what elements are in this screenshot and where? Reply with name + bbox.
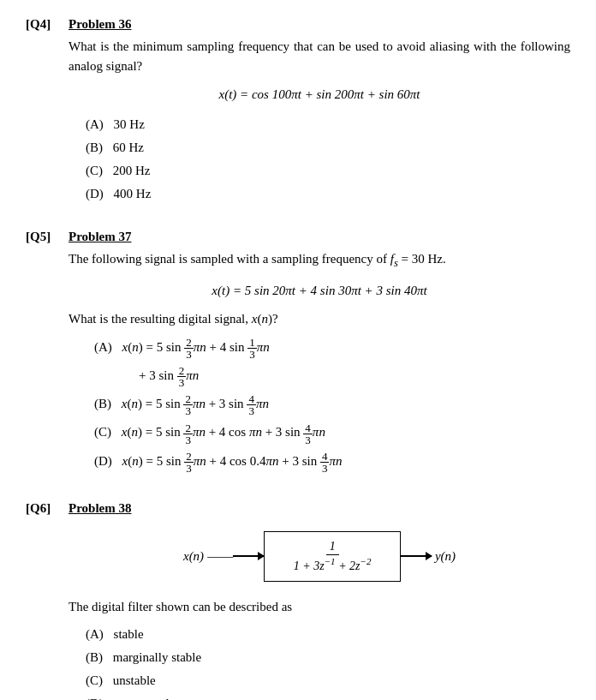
q5-formula: x(t) = 5 sin 20πt + 4 sin 30πt + 3 sin 4… bbox=[69, 280, 570, 301]
q6-options: (A) stable (B) marginally stable (C) uns… bbox=[86, 623, 570, 700]
filter-input-text: x(n) bbox=[183, 549, 204, 564]
q6-option-a-letter: (A) bbox=[86, 623, 104, 646]
q4-content: Problem 36 What is the minimum sampling … bbox=[69, 17, 570, 206]
q4-option-a-value: 30 Hz bbox=[114, 113, 145, 136]
q4-option-d-value: 400 Hz bbox=[114, 182, 152, 206]
q4-label: [Q4] bbox=[26, 17, 69, 206]
q4-option-b-letter: (B) bbox=[86, 136, 103, 159]
q6-content: Problem 38 x(n) ―― 1 1 + 3z−1 + 2z−2 bbox=[69, 501, 570, 700]
filter-output-text: y(n) bbox=[435, 549, 456, 564]
q5-option-d-letter: (D) bbox=[94, 449, 112, 474]
q6-option-b-letter: (B) bbox=[86, 646, 103, 669]
q5-option-b: (B) x(n) = 5 sin 23πn + 3 sin 43πn bbox=[94, 392, 570, 416]
q6-option-b: (B) marginally stable bbox=[86, 646, 570, 669]
q4-option-b-value: 60 Hz bbox=[113, 136, 144, 159]
q4-option-d-letter: (D) bbox=[86, 182, 104, 206]
filter-denominator: 1 + 3z−1 + 2z−2 bbox=[290, 555, 375, 574]
question-5: [Q5] Problem 37 The following signal is … bbox=[26, 230, 570, 477]
q5-formula-text: x(t) = 5 sin 20πt + 4 sin 30πt + 3 sin 4… bbox=[212, 284, 426, 297]
q5-problem-title: Problem 37 bbox=[69, 230, 570, 244]
q4-formula-text: x(t) = cos 100πt + sin 200πt + sin 60πt bbox=[218, 87, 420, 101]
filter-fraction: 1 1 + 3z−1 + 2z−2 bbox=[290, 539, 375, 574]
q4-options: (A) 30 Hz (B) 60 Hz (C) 200 Hz (D) 400 H… bbox=[86, 113, 570, 206]
filter-input-label: x(n) ―― bbox=[183, 549, 264, 564]
q6-option-d-letter: (D) bbox=[86, 692, 104, 700]
q5-option-c-letter: (C) bbox=[94, 420, 111, 445]
question-4: [Q4] Problem 36 What is the minimum samp… bbox=[26, 17, 570, 206]
q4-problem-text: What is the minimum sampling frequency t… bbox=[69, 37, 570, 75]
q6-description: The digital filter shown can be describe… bbox=[69, 597, 570, 617]
q4-option-d: (D) 400 Hz bbox=[86, 182, 570, 206]
q5-option-a: (A) x(n) = 5 sin 23πn + 4 sin 13πn bbox=[94, 335, 570, 360]
q5-label: [Q5] bbox=[26, 230, 69, 477]
q4-option-c: (C) 200 Hz bbox=[86, 159, 570, 182]
q4-option-c-value: 200 Hz bbox=[113, 159, 151, 182]
filter-diagram: x(n) ―― 1 1 + 3z−1 + 2z−2 y(n) bbox=[69, 531, 570, 582]
q5-option-a-cont: + 3 sin 23πn bbox=[139, 363, 570, 388]
question-6: [Q6] Problem 38 x(n) ―― 1 1 + 3z−1 + 2z−… bbox=[26, 501, 570, 700]
q5-question: What is the resulting digital signal, x(… bbox=[69, 309, 570, 329]
q5-option-c: (C) x(n) = 5 sin 23πn + 4 cos πn + 3 sin… bbox=[94, 420, 570, 445]
q4-problem-title: Problem 36 bbox=[69, 17, 570, 32]
q4-option-c-letter: (C) bbox=[86, 159, 103, 182]
q4-option-a: (A) 30 Hz bbox=[86, 113, 570, 136]
q5-option-a-letter: (A) bbox=[94, 335, 112, 360]
q6-option-d-value: non-causal bbox=[114, 692, 170, 700]
q5-option-b-letter: (B) bbox=[94, 392, 111, 416]
q5-option-d: (D) x(n) = 5 sin 23πn + 4 cos 0.4πn + 3 … bbox=[94, 449, 570, 474]
q6-option-b-value: marginally stable bbox=[113, 646, 201, 669]
q6-option-c: (C) unstable bbox=[86, 669, 570, 692]
q4-option-b: (B) 60 Hz bbox=[86, 136, 570, 159]
filter-numerator: 1 bbox=[326, 539, 339, 555]
q6-problem-title: Problem 38 bbox=[69, 501, 570, 516]
q5-option-d-value: x(n) = 5 sin 23πn + 4 cos 0.4πn + 3 sin … bbox=[122, 449, 343, 474]
q4-option-a-letter: (A) bbox=[86, 113, 104, 136]
q6-option-a: (A) stable bbox=[86, 623, 570, 646]
q5-option-a-value: x(n) = 5 sin 23πn + 4 sin 13πn bbox=[122, 335, 270, 360]
q6-option-a-value: stable bbox=[114, 623, 144, 646]
q6-label: [Q6] bbox=[26, 501, 69, 700]
q5-options: (A) x(n) = 5 sin 23πn + 4 sin 13πn + 3 s… bbox=[94, 335, 570, 473]
filter-output-label: y(n) bbox=[401, 549, 456, 564]
q4-formula: x(t) = cos 100πt + sin 200πt + sin 60πt bbox=[69, 84, 570, 105]
q5-option-a-cont-value: + 3 sin 23πn bbox=[139, 363, 199, 388]
q6-option-c-letter: (C) bbox=[86, 669, 103, 692]
q6-option-c-value: unstable bbox=[113, 669, 156, 692]
q5-option-b-value: x(n) = 5 sin 23πn + 3 sin 43πn bbox=[122, 392, 269, 416]
q5-content: Problem 37 The following signal is sampl… bbox=[69, 230, 570, 477]
q5-problem-text: The following signal is sampled with a s… bbox=[69, 249, 570, 272]
q6-option-d: (D) non-causal bbox=[86, 692, 570, 700]
q5-option-c-value: x(n) = 5 sin 23πn + 4 cos πn + 3 sin 43π… bbox=[122, 420, 325, 445]
filter-transfer-function: 1 1 + 3z−1 + 2z−2 bbox=[264, 531, 401, 582]
